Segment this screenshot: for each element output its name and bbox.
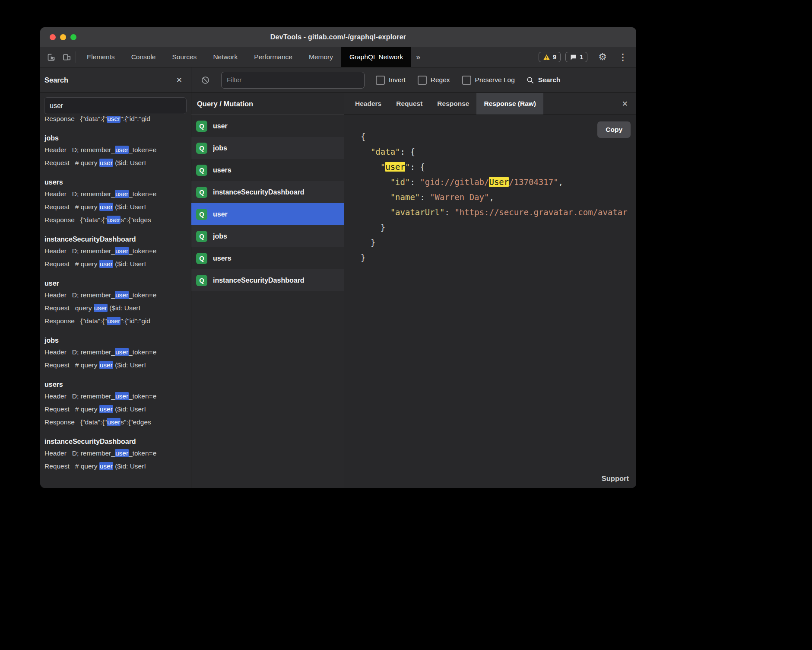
- query-item-label: user: [213, 122, 228, 130]
- search-result-line[interactable]: Response{"data":{"user":{"id":"gid: [44, 116, 191, 125]
- search-result-text: D; remember_: [72, 146, 115, 153]
- messages-badge[interactable]: 1: [565, 52, 587, 62]
- tab-console[interactable]: Console: [123, 47, 164, 67]
- search-result-line[interactable]: Response{"data":{"users":{"edges: [44, 213, 191, 226]
- tab-sources[interactable]: Sources: [164, 47, 205, 67]
- search-result-text: ($id: UserI: [113, 361, 146, 369]
- tab-graphql-network[interactable]: GraphQL Network: [341, 47, 411, 67]
- search-result-text: query: [75, 304, 94, 312]
- search-match-highlight: user: [115, 449, 129, 457]
- search-result-text: # query: [75, 405, 99, 413]
- checkbox[interactable]: [462, 76, 471, 85]
- search-result-line[interactable]: HeaderD; remember_user_token=e: [44, 390, 191, 403]
- query-item-label: users: [213, 166, 232, 174]
- query-list-item-jobs[interactable]: Qjobs: [191, 137, 344, 159]
- search-match-highlight: user: [99, 405, 113, 413]
- close-search-icon[interactable]: ✕: [176, 76, 182, 85]
- search-result-line[interactable]: Requestquery user ($id: UserI: [44, 302, 191, 315]
- detail-tab-response[interactable]: Response: [430, 93, 476, 115]
- search-result-line[interactable]: HeaderD; remember_user_token=e: [44, 245, 191, 258]
- search-result-group-title[interactable]: users: [44, 177, 191, 188]
- device-toolbar-icon[interactable]: [62, 53, 71, 62]
- query-list-item-users[interactable]: Qusers: [191, 159, 344, 181]
- filter-option-regex[interactable]: Regex: [418, 76, 450, 85]
- query-list-item-jobs[interactable]: Qjobs: [191, 225, 344, 247]
- minimize-window-button[interactable]: [60, 34, 66, 40]
- search-result-text: D; remember_: [72, 392, 115, 400]
- json-token: :: [444, 207, 454, 217]
- filter-option-invert[interactable]: Invert: [376, 76, 406, 85]
- settings-gear-icon[interactable]: ⚙: [598, 52, 607, 62]
- search-result-group-title[interactable]: instanceSecurityDashboard: [44, 234, 191, 245]
- checkbox[interactable]: [418, 76, 427, 85]
- tab-network[interactable]: Network: [205, 47, 246, 67]
- zoom-window-button[interactable]: [70, 34, 76, 40]
- search-result-text: D; remember_: [72, 247, 115, 255]
- titlebar[interactable]: DevTools - gitlab.com/-/graphql-explorer: [40, 27, 636, 47]
- warnings-badge[interactable]: 9: [539, 52, 561, 62]
- block-clear-icon[interactable]: [201, 76, 210, 85]
- detail-tab-response-raw[interactable]: Response (Raw): [476, 93, 543, 115]
- tab-elements[interactable]: Elements: [79, 47, 123, 67]
- search-result-line[interactable]: Request# query user ($id: UserI: [44, 258, 191, 271]
- search-result-line[interactable]: Request# query user ($id: UserI: [44, 403, 191, 416]
- search-result-line[interactable]: HeaderD; remember_user_token=e: [44, 143, 191, 156]
- search-result-line[interactable]: Request# query user ($id: UserI: [44, 201, 191, 213]
- search-result-group-title[interactable]: user: [44, 278, 191, 289]
- search-result-group-title[interactable]: users: [44, 379, 191, 390]
- search-result-group-title[interactable]: jobs: [44, 335, 191, 346]
- chevron-double-icon: »: [416, 53, 420, 62]
- search-result-line[interactable]: Response{"data":{"users":{"edges: [44, 416, 191, 429]
- search-query-input[interactable]: [44, 97, 187, 114]
- search-result-line[interactable]: Response{"data":{"user":{"id":"gid: [44, 315, 191, 328]
- inspect-element-icon[interactable]: [47, 53, 56, 62]
- response-raw-content: Copy { "data": { "user": { "id": "gid://…: [344, 115, 636, 488]
- tab-memory[interactable]: Memory: [301, 47, 341, 67]
- json-token: ,: [489, 192, 494, 202]
- search-result-field-label: Request: [44, 361, 70, 369]
- search-match-highlight: user: [115, 392, 129, 400]
- toolbar-divider: [76, 51, 76, 63]
- search-result-line[interactable]: Request# query user ($id: UserI: [44, 156, 191, 169]
- devtools-window: DevTools - gitlab.com/-/graphql-explorer…: [40, 27, 636, 488]
- window-title: DevTools - gitlab.com/-/graphql-explorer: [270, 33, 406, 41]
- query-list-item-users[interactable]: Qusers: [191, 247, 344, 269]
- json-line: }: [361, 220, 636, 235]
- tab-performance[interactable]: Performance: [246, 47, 301, 67]
- kebab-menu-icon[interactable]: ⋮: [616, 53, 630, 61]
- query-list-item-user[interactable]: Quser: [191, 203, 344, 225]
- support-link[interactable]: Support: [602, 475, 629, 483]
- search-toggle[interactable]: Search: [526, 76, 561, 84]
- search-result-line[interactable]: Request# query user ($id: UserI: [44, 460, 191, 473]
- detail-tab-request[interactable]: Request: [389, 93, 430, 115]
- search-match-highlight: user: [115, 190, 129, 198]
- search-result-line[interactable]: Request# query user ($id: UserI: [44, 359, 191, 372]
- detail-tab-headers[interactable]: Headers: [348, 93, 389, 115]
- search-result-line[interactable]: HeaderD; remember_user_token=e: [44, 346, 191, 359]
- filter-input[interactable]: [221, 72, 365, 89]
- checkbox[interactable]: [376, 76, 385, 85]
- query-list-item-instancesecuritydashboard[interactable]: QinstanceSecurityDashboard: [191, 181, 344, 203]
- search-result-field-label: Header: [44, 291, 67, 299]
- json-token: "name": [390, 192, 420, 202]
- filter-option-preserve-log[interactable]: Preserve Log: [462, 76, 515, 85]
- search-result-group-title[interactable]: jobs: [44, 133, 191, 143]
- search-result-line[interactable]: HeaderD; remember_user_token=e: [44, 289, 191, 302]
- more-tabs-button[interactable]: »: [411, 47, 425, 67]
- close-window-button[interactable]: [50, 34, 56, 40]
- search-result-group-title[interactable]: instanceSecurityDashboard: [44, 436, 191, 447]
- query-list-item-user[interactable]: Quser: [191, 115, 344, 137]
- query-type-badge: Q: [196, 231, 207, 242]
- search-match-highlight: user: [99, 462, 113, 470]
- search-result-line[interactable]: HeaderD; remember_user_token=e: [44, 188, 191, 201]
- close-detail-icon[interactable]: ✕: [614, 93, 636, 115]
- query-list-item-instancesecuritydashboard[interactable]: QinstanceSecurityDashboard: [191, 269, 344, 291]
- devtools-tabbar: ElementsConsoleSourcesNetworkPerformance…: [40, 47, 636, 67]
- search-result-field-label: Request: [44, 304, 70, 312]
- search-result-text: # query: [75, 260, 99, 268]
- query-list: QuserQjobsQusersQinstanceSecurityDashboa…: [191, 115, 344, 488]
- search-result-text: _token=e: [129, 291, 156, 299]
- search-result-line[interactable]: HeaderD; remember_user_token=e: [44, 447, 191, 460]
- query-panel-title: Query / Mutation: [191, 93, 344, 115]
- json-line: {: [361, 129, 636, 144]
